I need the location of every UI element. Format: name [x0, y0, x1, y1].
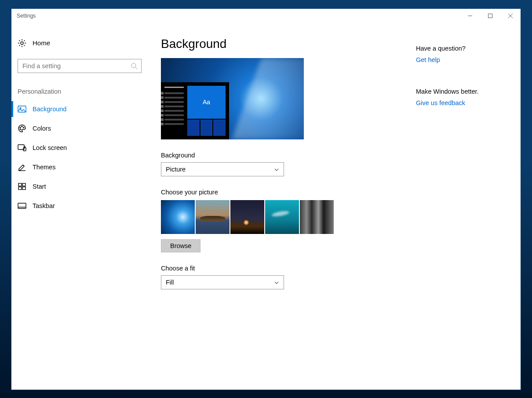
window-title: Settings [17, 13, 36, 19]
fit-dropdown[interactable]: Fill [161, 275, 284, 289]
sidebar-item-taskbar[interactable]: Taskbar [11, 196, 148, 215]
background-type-value: Picture [166, 166, 186, 173]
sidebar-item-label: Taskbar [33, 202, 55, 209]
sidebar-item-lock-screen[interactable]: Lock screen [11, 138, 148, 157]
svg-rect-17 [18, 187, 22, 190]
lock-screen-icon [18, 143, 26, 152]
choose-fit-label: Choose a fit [161, 265, 398, 272]
minimize-button[interactable] [460, 9, 480, 23]
preview-start-menu: Aa [161, 82, 229, 139]
picture-thumbnail[interactable] [196, 200, 230, 234]
main-column: Background Aa [161, 37, 398, 390]
main-panel: Background Aa [148, 23, 521, 390]
sidebar-item-label: Colors [33, 125, 51, 132]
svg-point-12 [20, 129, 21, 130]
preview-sample-text: Aa [187, 86, 226, 119]
start-icon [18, 182, 26, 191]
background-preview: Aa [161, 58, 304, 139]
chevron-down-icon [274, 280, 279, 285]
sidebar-item-start[interactable]: Start [11, 177, 148, 196]
titlebar: Settings [11, 9, 521, 23]
browse-button[interactable]: Browse [161, 239, 200, 252]
picture-thumbnails [161, 200, 398, 234]
svg-rect-18 [22, 187, 26, 190]
get-help-link[interactable]: Get help [416, 56, 440, 63]
window-controls [460, 9, 521, 23]
sidebar-item-label: Themes [33, 164, 55, 171]
sidebar-item-label: Lock screen [33, 144, 67, 151]
picture-thumbnail[interactable] [300, 200, 334, 234]
aside-panel: Have a question? Get help Make Windows b… [416, 37, 507, 390]
sidebar-item-themes[interactable]: Themes [11, 157, 148, 177]
sidebar: Home Personalization Background Colo [11, 23, 148, 390]
gear-icon [18, 39, 26, 47]
close-button[interactable] [500, 9, 521, 23]
picture-thumbnail[interactable] [265, 200, 299, 234]
category-label: Personalization [11, 73, 148, 99]
svg-point-9 [20, 127, 21, 128]
close-icon [508, 14, 513, 18]
home-label: Home [33, 39, 50, 47]
chevron-down-icon [274, 167, 279, 172]
sidebar-item-background[interactable]: Background [11, 99, 148, 119]
picture-thumbnail[interactable] [161, 200, 195, 234]
feedback-title: Make Windows better. [416, 88, 507, 95]
minimize-icon [468, 14, 472, 18]
search-icon [131, 62, 138, 69]
svg-rect-15 [18, 183, 22, 186]
background-type-dropdown[interactable]: Picture [161, 162, 284, 176]
svg-rect-1 [488, 14, 492, 18]
palette-icon [18, 124, 26, 133]
themes-icon [18, 163, 26, 172]
question-title: Have a question? [416, 45, 507, 52]
taskbar-icon [18, 201, 26, 210]
picture-thumbnail[interactable] [230, 200, 264, 234]
svg-point-11 [23, 127, 24, 128]
home-button[interactable]: Home [11, 35, 148, 51]
background-type-label: Background [161, 152, 398, 159]
svg-point-5 [131, 63, 136, 68]
svg-point-8 [20, 107, 21, 109]
search-input[interactable] [18, 59, 142, 73]
settings-window: Settings Home [11, 8, 521, 390]
content-area: Home Personalization Background Colo [11, 23, 521, 390]
svg-rect-19 [18, 203, 26, 208]
svg-line-6 [135, 67, 137, 69]
maximize-icon [488, 14, 492, 18]
page-title: Background [161, 37, 398, 51]
maximize-button[interactable] [480, 9, 500, 23]
sidebar-item-label: Background [33, 106, 66, 113]
search-field[interactable] [22, 62, 131, 70]
fit-value: Fill [166, 279, 174, 286]
svg-point-10 [22, 126, 22, 127]
sidebar-item-label: Start [33, 183, 46, 190]
svg-rect-16 [22, 183, 26, 186]
sidebar-item-colors[interactable]: Colors [11, 119, 148, 138]
give-feedback-link[interactable]: Give us feedback [416, 99, 465, 106]
svg-point-4 [21, 42, 23, 44]
choose-picture-label: Choose your picture [161, 189, 398, 196]
picture-icon [18, 105, 26, 113]
